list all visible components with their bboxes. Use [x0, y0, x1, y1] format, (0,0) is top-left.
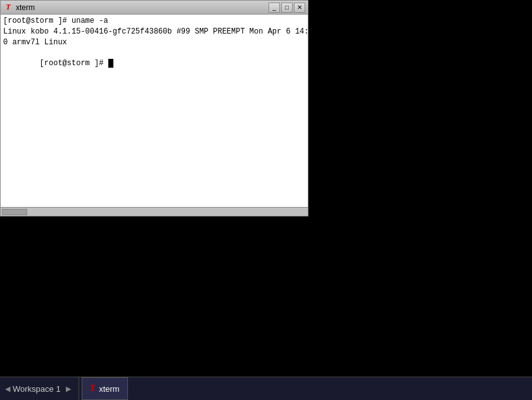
terminal-content[interactable]: [root@storm ]# uname -a Linux kobo 4.1.1… [1, 15, 308, 207]
taskbar-xterm-label: xterm [99, 384, 120, 394]
xterm-app-icon: T [3, 3, 13, 13]
terminal-line: [root@storm ]# uname -a [3, 16, 305, 27]
titlebar: T xterm _ □ ✕ [1, 1, 308, 15]
taskbar-xterm-icon: T [90, 384, 96, 394]
close-button[interactable]: ✕ [294, 3, 305, 13]
scroll-thumb[interactable] [2, 209, 27, 215]
terminal-prompt-line: [root@storm ]# [3, 47, 305, 79]
workspace-next-arrow[interactable]: ▶ [63, 385, 73, 393]
title-left: T xterm [3, 3, 35, 13]
workspace-prev-arrow[interactable]: ◀ [5, 385, 10, 393]
scrollbar[interactable] [1, 207, 308, 216]
xterm-window: T xterm _ □ ✕ [root@storm ]# uname -a Li… [0, 0, 308, 216]
window-title: xterm [16, 3, 35, 12]
desktop: T xterm _ □ ✕ [root@storm ]# uname -a Li… [0, 0, 532, 377]
workspace-label: Workspace 1 [13, 384, 61, 394]
window-controls: _ □ ✕ [269, 3, 305, 13]
workspace-area: ◀ Workspace 1 ▶ [0, 377, 79, 400]
maximize-button[interactable]: □ [281, 3, 293, 13]
minimize-button[interactable]: _ [269, 3, 280, 13]
taskbar: ◀ Workspace 1 ▶ T xterm [0, 377, 532, 400]
terminal-cursor [108, 59, 113, 68]
terminal-line: Linux kobo 4.1.15-00416-gfc725f43860b #9… [3, 27, 305, 37]
taskbar-xterm-item[interactable]: T xterm [82, 377, 128, 400]
terminal-line: 0 armv7l Linux [3, 37, 305, 48]
